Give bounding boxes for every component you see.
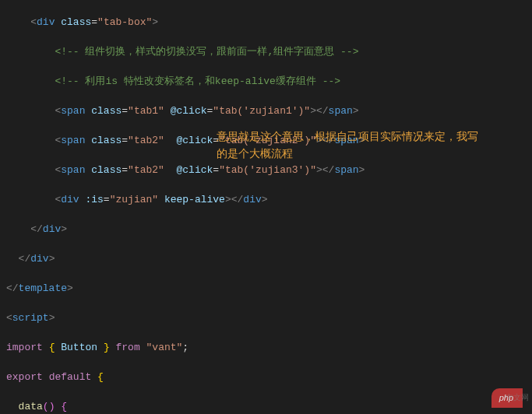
code-line: export default { (0, 370, 532, 384)
code-line: <div class="tab-box"> (0, 15, 532, 30)
watermark-cn: 中文网 (506, 390, 529, 405)
code-line: <script> (0, 310, 532, 325)
code-line: <span class="tab1" @click="tab('zujian1'… (0, 104, 532, 118)
code-line: <!-- 利用is 特性改变标签名，和keep-alive缓存组件 --> (0, 74, 532, 89)
code-line: data() { (0, 399, 532, 414)
code-line: </div> (0, 222, 532, 237)
code-line: import { Button } from "vant"; (0, 340, 532, 355)
code-editor[interactable]: <div class="tab-box"> <!-- 组件切换，样式的切换没写，… (0, 0, 532, 414)
annotation-text: 意思就是这个意思，根据自己项目实际情况来定，我写 的是个大概流程 (217, 128, 520, 163)
code-line: </template> (0, 281, 532, 296)
code-line: </div> (0, 251, 532, 266)
code-line: <!-- 组件切换，样式的切换没写，跟前面一样,组件字面意思 --> (0, 44, 532, 59)
code-line: <div :is="zujian" keep-alive></div> (0, 192, 532, 207)
code-line: <span class="tab2" @click="tab('zujian3'… (0, 163, 532, 177)
